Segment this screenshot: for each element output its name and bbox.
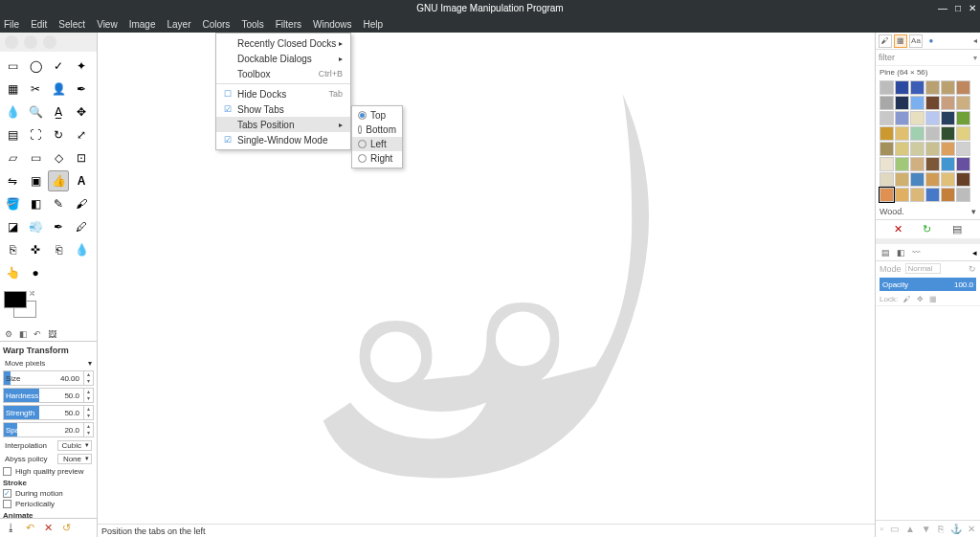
delete-preset-icon[interactable]: ✕ xyxy=(44,522,53,534)
pattern-swatch[interactable] xyxy=(941,111,955,125)
tool-rect-select[interactable]: ▭ xyxy=(2,56,23,77)
tool-paintbrush[interactable]: 🖌 xyxy=(71,193,92,214)
tabs-position-top[interactable]: Top xyxy=(352,108,402,123)
tool-foreground[interactable]: 👤 xyxy=(48,78,69,100)
pattern-swatch[interactable] xyxy=(880,172,894,187)
pattern-swatch[interactable] xyxy=(925,111,940,125)
size-slider[interactable]: Size 40.00 ▴▾ xyxy=(3,370,94,386)
pattern-swatch[interactable] xyxy=(895,142,909,156)
tool-color-picker[interactable]: 💧 xyxy=(2,101,23,123)
menu-colors[interactable]: Colors xyxy=(202,19,230,30)
tool-cage[interactable]: ▣ xyxy=(25,170,46,191)
tool-bucket[interactable]: 🪣 xyxy=(2,193,23,214)
menu-toolbox[interactable]: Toolbox Ctrl+B xyxy=(216,66,350,81)
lock-position-icon[interactable]: ✥ xyxy=(917,295,924,303)
dock-menu-icon[interactable]: ◂ xyxy=(973,36,977,45)
during-motion-checkbox[interactable]: ✓During motion xyxy=(3,489,94,498)
tool-free-select[interactable]: ✓ xyxy=(48,56,69,77)
tool-eraser[interactable]: ◪ xyxy=(2,216,23,237)
pattern-swatch[interactable] xyxy=(910,172,924,187)
tool-paths[interactable]: ✒ xyxy=(71,78,92,100)
pattern-swatch[interactable] xyxy=(880,157,894,171)
pattern-swatch[interactable] xyxy=(895,80,909,95)
mode-select[interactable]: Normal xyxy=(905,263,942,274)
pattern-swatch[interactable] xyxy=(941,157,955,171)
tab-images[interactable]: 🖼 xyxy=(45,327,58,341)
layers-menu-icon[interactable]: ◂ xyxy=(972,248,977,257)
duplicate-layer-icon[interactable]: ⎘ xyxy=(938,524,944,534)
minimize-button[interactable]: — xyxy=(938,3,947,13)
tab-undo-history[interactable]: ↶ xyxy=(31,327,44,341)
raise-layer-icon[interactable]: ▲ xyxy=(905,524,915,534)
foreground-color-swatch[interactable] xyxy=(4,291,27,308)
save-preset-icon[interactable]: ⭳ xyxy=(6,522,16,534)
anchor-layer-icon[interactable]: ⚓ xyxy=(950,524,962,534)
tool-perspective[interactable]: ▭ xyxy=(25,147,46,168)
menu-show-tabs[interactable]: ☑Show Tabs xyxy=(216,101,350,117)
menu-filters[interactable]: Filters xyxy=(276,19,301,30)
tool-perspective-clone[interactable]: ⎗ xyxy=(48,239,69,260)
pattern-swatch[interactable] xyxy=(880,111,894,125)
tool-ellipse-select[interactable]: ◯ xyxy=(25,56,46,77)
pattern-swatch[interactable] xyxy=(956,126,970,141)
opacity-slider[interactable]: Opacity 100.0 xyxy=(880,278,976,291)
tool-zoom[interactable]: 🔍 xyxy=(25,101,46,123)
open-pattern-icon[interactable]: ▤ xyxy=(952,223,962,235)
pattern-swatch[interactable] xyxy=(941,142,955,156)
menu-dockable-dialogs[interactable]: Dockable Dialogs xyxy=(216,51,350,66)
new-layer-icon[interactable]: ▫ xyxy=(880,524,883,534)
delete-pattern-icon[interactable]: ✕ xyxy=(894,223,902,235)
pattern-swatch[interactable] xyxy=(880,126,894,141)
pattern-swatch[interactable] xyxy=(956,111,970,125)
pattern-swatch[interactable] xyxy=(956,80,970,95)
pattern-swatch[interactable] xyxy=(941,80,955,95)
pattern-swatch[interactable] xyxy=(941,188,955,202)
layer-group-icon[interactable]: ▭ xyxy=(890,524,899,534)
pattern-swatch[interactable] xyxy=(956,172,970,187)
refresh-patterns-icon[interactable]: ↻ xyxy=(923,223,931,235)
tool-dodge[interactable]: ● xyxy=(25,262,46,283)
restore-preset-icon[interactable]: ↶ xyxy=(26,522,34,534)
pattern-swatch[interactable] xyxy=(910,126,924,141)
menu-hide-docks[interactable]: ☐Hide Docks Tab xyxy=(216,86,350,101)
pattern-swatch[interactable] xyxy=(880,80,894,95)
lower-layer-icon[interactable]: ▼ xyxy=(922,524,931,534)
pattern-swatch[interactable] xyxy=(925,172,940,187)
tab-history[interactable]: ● xyxy=(924,34,938,48)
pattern-swatch[interactable] xyxy=(895,157,909,171)
tool-rotate[interactable]: ↻ xyxy=(48,124,69,145)
pattern-swatch[interactable] xyxy=(910,96,924,110)
tool-blur[interactable]: 💧 xyxy=(71,239,92,260)
tool-ink[interactable]: ✒ xyxy=(48,216,69,237)
tab-channels[interactable]: ◧ xyxy=(894,246,907,259)
menu-image[interactable]: Image xyxy=(129,19,156,30)
pattern-swatch[interactable] xyxy=(880,188,894,202)
pattern-swatch[interactable] xyxy=(956,96,970,110)
pattern-swatch[interactable] xyxy=(925,96,940,110)
tool-heal[interactable]: ✜ xyxy=(25,239,46,260)
tool-fuzzy-select[interactable]: ✦ xyxy=(71,56,92,77)
close-button[interactable]: ✕ xyxy=(969,3,976,13)
tabs-position-bottom[interactable]: Bottom xyxy=(352,123,402,137)
pattern-swatch[interactable] xyxy=(895,188,909,202)
tool-scale[interactable]: ⤢ xyxy=(71,124,92,145)
pattern-swatch[interactable] xyxy=(956,157,970,171)
pattern-swatch[interactable] xyxy=(910,111,924,125)
canvas-area[interactable]: Position the tabs on the left xyxy=(98,33,875,537)
pattern-filter[interactable]: filter ▾ xyxy=(876,50,980,66)
lock-alpha-icon[interactable]: ▦ xyxy=(929,295,937,303)
tool-smudge[interactable]: 👆 xyxy=(2,262,23,283)
tabs-position-left[interactable]: Left xyxy=(352,137,402,151)
tool-scissors[interactable]: ✂ xyxy=(25,78,46,100)
tool-pencil[interactable]: ✎ xyxy=(48,193,69,214)
tabs-position-right[interactable]: Right xyxy=(352,151,402,166)
pattern-swatch[interactable] xyxy=(895,111,909,125)
tool-align[interactable]: ▤ xyxy=(2,124,23,145)
maximize-button[interactable]: □ xyxy=(955,3,961,13)
tab-tool-options[interactable]: ⚙ xyxy=(2,327,15,341)
periodically-checkbox[interactable]: Periodically xyxy=(3,500,94,508)
strength-slider[interactable]: Strength 50.0 ▴▾ xyxy=(3,405,94,420)
pattern-swatch[interactable] xyxy=(925,188,940,202)
tool-handle[interactable]: ⊡ xyxy=(71,147,92,168)
menu-layer[interactable]: Layer xyxy=(167,19,190,30)
